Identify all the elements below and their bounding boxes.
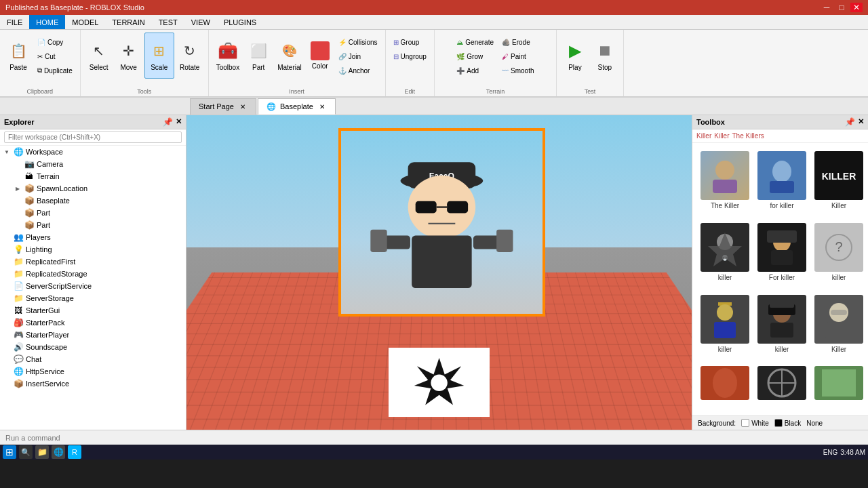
select-button[interactable]: ↖ Select [85, 33, 113, 79]
tree-item-lighting[interactable]: 💡 Lighting [0, 243, 186, 256]
tree-item-soundscape[interactable]: 🔊 Soundscape [0, 341, 186, 353]
toolbox-item-10[interactable] [698, 363, 752, 410]
anchor-button[interactable]: ⚓ Anchor [335, 64, 381, 77]
bg-none-option[interactable]: None [806, 420, 823, 427]
toolbox-item-5[interactable]: For killer [755, 220, 809, 289]
maximize-button[interactable]: □ [835, 3, 848, 12]
toolbox-item-11[interactable] [755, 363, 809, 410]
toolbox-item-4[interactable]: 💀 killer [698, 220, 752, 289]
stop-button[interactable]: ⏹ Stop [591, 33, 619, 79]
bg-black-option[interactable]: Black [774, 419, 801, 427]
generate-button[interactable]: ⛰ Generate [453, 35, 497, 49]
explorer-close-button[interactable]: ✕ [176, 117, 182, 127]
group-button[interactable]: ⊞ Group [390, 35, 430, 49]
tree-item-serverscriptservice[interactable]: 📄 ServerScriptService [0, 280, 186, 292]
start-button[interactable]: ⊞ [3, 445, 16, 459]
menu-test[interactable]: TEST [152, 15, 184, 29]
tab-start-page-close[interactable]: ✕ [238, 102, 248, 111]
tree-item-chat[interactable]: 💬 Chat [0, 353, 186, 365]
ungroup-button[interactable]: ⊟ Ungroup [390, 49, 430, 63]
tree-item-baseplate[interactable]: 📦 Baseplate [0, 195, 186, 207]
svg-rect-36 [831, 310, 847, 315]
toolbox-item-7[interactable]: killer [698, 292, 752, 361]
join-button[interactable]: 🔗 Join [335, 49, 381, 63]
tree-item-startergui[interactable]: 🖼 StarterGui [0, 304, 186, 317]
smooth-button[interactable]: 〰 Smooth [498, 64, 537, 77]
toolbox-item-9[interactable]: Killer [812, 292, 866, 361]
tree-item-part1[interactable]: 📦 Part [0, 207, 186, 219]
svg-rect-26 [767, 230, 797, 243]
copy-button[interactable]: 📄 Copy [34, 35, 76, 49]
menu-terrain[interactable]: TERRAIN [105, 15, 151, 29]
browser-button[interactable]: 🌐 [52, 445, 65, 459]
tree-item-httpservice[interactable]: 🌐 HttpService [0, 365, 186, 378]
tree-item-camera[interactable]: 📷 Camera [0, 158, 186, 170]
toolbox-item-8[interactable]: killer [755, 292, 809, 361]
tree-item-serverstorage[interactable]: 📁 ServerStorage [0, 292, 186, 304]
toolbox-label-3: Killer [831, 202, 846, 209]
menu-view[interactable]: VIEW [184, 15, 217, 29]
color-button[interactable]: Color [307, 33, 334, 79]
toolbox-thumb-8 [757, 295, 806, 344]
toolbox-item-6[interactable]: ? killer [812, 220, 866, 289]
tree-item-replicatedstorage[interactable]: 📁 ReplicatedStorage [0, 268, 186, 280]
cut-button[interactable]: ✂ Cut [34, 49, 76, 63]
toolbox-item-2[interactable]: for killer [755, 148, 809, 218]
tree-item-players[interactable]: 👥 Players [0, 231, 186, 243]
tree-item-terrain[interactable]: 🏔 Terrain [0, 170, 186, 182]
menu-home[interactable]: HOME [29, 15, 65, 29]
spawn-icon: 📦 [24, 183, 35, 194]
grow-button[interactable]: 🌿 Grow [453, 49, 497, 63]
terrain-label: Terrain [37, 172, 60, 180]
tab-baseplate-close[interactable]: ✕ [317, 102, 327, 111]
viewport[interactable]: FaceQ [186, 115, 692, 430]
tab-baseplate[interactable]: 🌐 Baseplate ✕ [258, 98, 336, 115]
ribbon: 📋 Paste 📄 Copy ✂ Cut ⧉ Duplicate Clipboa… [0, 30, 868, 98]
collisions-button[interactable]: ⚡ Collisions [335, 35, 381, 49]
add-terrain-button[interactable]: ➕ Add [453, 64, 497, 77]
edit-small-group: ⊞ Group ⊟ Ungroup [390, 33, 430, 63]
tree-item-starterpack[interactable]: 🎒 StarterPack [0, 317, 186, 329]
toolbox-item-3[interactable]: KILLER Killer [812, 148, 866, 218]
close-button[interactable]: ✕ [850, 3, 863, 12]
roblox-studio-button[interactable]: R [68, 445, 81, 459]
bg-white-option[interactable]: White [741, 419, 769, 427]
erode-button[interactable]: 🪨 Erode [498, 35, 537, 49]
toolbox-item-12[interactable] [812, 363, 866, 410]
scale-button[interactable]: ⊞ Scale [144, 33, 174, 79]
tree-item-starterplayer[interactable]: 🎮 StarterPlayer [0, 329, 186, 341]
play-button[interactable]: ▶ Play [561, 33, 589, 79]
toolbox-pin-button[interactable]: 📌 [845, 117, 855, 127]
search-taskbar-button[interactable]: 🔍 [19, 445, 33, 459]
menu-plugins[interactable]: PLUGINS [217, 15, 263, 29]
tree-item-spawnlocation[interactable]: ▶ 📦 SpawnLocation [0, 182, 186, 195]
ribbon-tools: ↖ Select ✛ Move ⊞ Scale ↻ Rotate Tools [81, 30, 209, 96]
tree-item-workspace[interactable]: ▼ 🌐 Workspace [0, 146, 186, 158]
minimize-button[interactable]: ─ [821, 3, 833, 12]
move-button[interactable]: ✛ Move [115, 33, 143, 79]
paint-terrain-button[interactable]: 🖌 Paint [498, 49, 537, 63]
duplicate-label: Duplicate [44, 67, 73, 75]
logo-box [389, 348, 490, 417]
material-button[interactable]: 🎨 Material [274, 33, 305, 79]
paste-button[interactable]: 📋 Paste [4, 33, 33, 79]
collisions-label: Collisions [349, 39, 378, 46]
explorer-search-input[interactable] [4, 131, 182, 143]
clipboard-small-group: 📄 Copy ✂ Cut ⧉ Duplicate [34, 33, 76, 77]
toolbox-thumb-4: 💀 [701, 223, 749, 272]
part-button[interactable]: ⬜ Part [244, 33, 273, 79]
rotate-button[interactable]: ↻ Rotate [176, 33, 204, 79]
toolbox-button[interactable]: 🧰 Toolbox [213, 33, 243, 79]
command-input[interactable] [5, 434, 863, 442]
explorer-pin-button[interactable]: 📌 [163, 117, 173, 127]
menu-model[interactable]: MODEL [65, 15, 105, 29]
tree-item-insertservice[interactable]: 📦 InsertService [0, 378, 186, 390]
duplicate-button[interactable]: ⧉ Duplicate [34, 64, 76, 77]
toolbox-item-1[interactable]: The Killer [698, 148, 752, 218]
tree-item-replicatedfirst[interactable]: 📁 ReplicatedFirst [0, 256, 186, 268]
toolbox-close-button[interactable]: ✕ [858, 117, 864, 127]
menu-file[interactable]: FILE [0, 15, 29, 29]
tab-start-page[interactable]: Start Page ✕ [190, 98, 256, 115]
file-explorer-button[interactable]: 📁 [35, 445, 49, 459]
tree-item-part2[interactable]: 📦 Part [0, 219, 186, 231]
